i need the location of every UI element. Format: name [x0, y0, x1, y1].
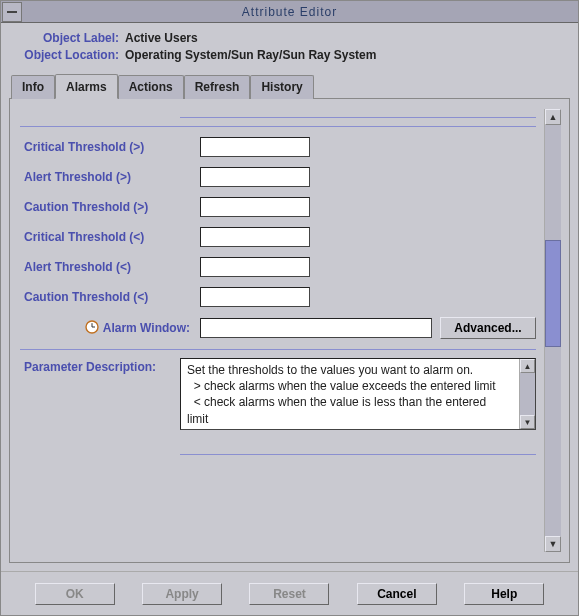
alert-gt-label: Alert Threshold (>): [20, 170, 200, 184]
tab-strip: Info Alarms Actions Refresh History: [1, 75, 578, 99]
object-location-caption: Object Location:: [15, 48, 125, 62]
scroll-down-icon[interactable]: ▼: [520, 415, 535, 429]
critical-lt-input[interactable]: [200, 227, 310, 247]
scroll-down-icon[interactable]: ▼: [545, 536, 561, 552]
panel-scrollbar[interactable]: ▲ ▼: [544, 109, 561, 552]
button-bar: OK Apply Reset Cancel Help: [1, 571, 578, 615]
tab-panel: Critical Threshold (>) Alert Threshold (…: [9, 98, 570, 563]
ok-button[interactable]: OK: [35, 583, 115, 605]
apply-button[interactable]: Apply: [142, 583, 222, 605]
attribute-editor-window: Attribute Editor Object Label: Active Us…: [0, 0, 579, 616]
system-menu-button[interactable]: [2, 2, 22, 22]
critical-lt-label: Critical Threshold (<): [20, 230, 200, 244]
alarm-window-input[interactable]: [200, 318, 432, 338]
scroll-up-icon[interactable]: ▲: [545, 109, 561, 125]
caution-lt-input[interactable]: [200, 287, 310, 307]
object-label-value: Active Users: [125, 31, 198, 45]
critical-gt-label: Critical Threshold (>): [20, 140, 200, 154]
divider: [20, 349, 536, 350]
alert-lt-input[interactable]: [200, 257, 310, 277]
tab-alarms[interactable]: Alarms: [55, 74, 118, 99]
parameter-description-box: Set the thresholds to the values you wan…: [180, 358, 536, 430]
critical-gt-input[interactable]: [200, 137, 310, 157]
description-scrollbar[interactable]: ▲ ▼: [519, 359, 535, 429]
alarm-window-label: Alarm Window:: [20, 320, 200, 337]
help-button[interactable]: Help: [464, 583, 544, 605]
window-title: Attribute Editor: [1, 5, 578, 19]
cancel-button[interactable]: Cancel: [357, 583, 437, 605]
alert-lt-label: Alert Threshold (<): [20, 260, 200, 274]
caution-gt-label: Caution Threshold (>): [20, 200, 200, 214]
divider: [180, 117, 536, 118]
reset-button[interactable]: Reset: [249, 583, 329, 605]
advanced-button[interactable]: Advanced...: [440, 317, 536, 339]
object-location-value: Operating System/Sun Ray/Sun Ray System: [125, 48, 376, 62]
tab-actions[interactable]: Actions: [118, 75, 184, 99]
scroll-up-icon[interactable]: ▲: [520, 359, 535, 373]
alert-gt-input[interactable]: [200, 167, 310, 187]
tab-refresh[interactable]: Refresh: [184, 75, 251, 99]
header: Object Label: Active Users Object Locati…: [1, 23, 578, 75]
tab-info[interactable]: Info: [11, 75, 55, 99]
parameter-description-label: Parameter Description:: [20, 358, 180, 374]
divider: [180, 454, 536, 455]
scroll-area: Critical Threshold (>) Alert Threshold (…: [20, 109, 540, 552]
panel-scroll-track[interactable]: [545, 125, 561, 536]
parameter-description-text: Set the thresholds to the values you wan…: [181, 359, 519, 429]
description-scroll-track[interactable]: [520, 373, 535, 415]
tab-history[interactable]: History: [250, 75, 313, 99]
caution-lt-label: Caution Threshold (<): [20, 290, 200, 304]
divider: [20, 126, 536, 127]
object-label-caption: Object Label:: [15, 31, 125, 45]
panel-scroll-thumb[interactable]: [545, 240, 561, 347]
titlebar: Attribute Editor: [1, 1, 578, 23]
clock-icon: [85, 320, 99, 337]
caution-gt-input[interactable]: [200, 197, 310, 217]
